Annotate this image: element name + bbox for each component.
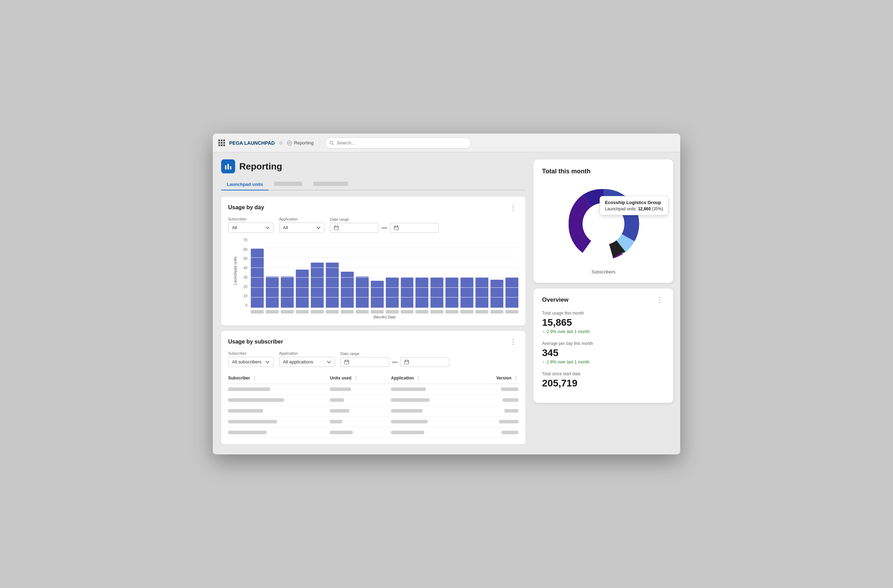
brand-pega: PEGA LAUNCHPAD [229, 140, 275, 146]
x-label-13 [445, 310, 459, 314]
th-units-more[interactable]: ⋮ [353, 375, 358, 381]
x-label-4 [311, 310, 324, 314]
overview-header: Overview ⋮ [542, 295, 665, 304]
table-row [228, 395, 519, 406]
subscriber-filter-group-2: Subscriber All subscribers [228, 351, 274, 367]
x-axis-labels [251, 308, 519, 314]
tab-launchpad-units[interactable]: Launchpad units [221, 179, 269, 190]
svg-rect-14 [345, 360, 349, 364]
y-tick-60: 60 [244, 248, 247, 251]
th-version-more[interactable]: ⋮ [513, 375, 519, 381]
usage-by-subscriber-card: Usage by subscriber ⋮ Subscriber All sub… [221, 331, 525, 444]
metric-total-usage: Total usage this month 15,865 ↑ -2.9% ov… [542, 311, 665, 334]
brand-logo: PEGA LAUNCHPAD [229, 140, 275, 146]
x-axis-title: (Month) Date [251, 315, 519, 319]
content-area: Reporting Launchpad units Usage by day ⋮ [213, 152, 680, 454]
tooltip-company: Ecosship Logistics Group [605, 200, 663, 205]
date-range-inputs-2: — [340, 357, 449, 367]
overview-more-btn[interactable]: ⋮ [654, 295, 665, 304]
overview-title: Overview [542, 296, 568, 304]
svg-rect-4 [227, 164, 229, 170]
th-application-more[interactable]: ⋮ [416, 375, 421, 381]
application-select[interactable]: All [279, 223, 325, 233]
th-subscriber-more[interactable]: ⋮ [252, 375, 257, 381]
x-label-15 [475, 310, 489, 314]
all-subscribers-value: All subscribers [232, 359, 262, 364]
grid-line-30 [251, 277, 519, 278]
titlebar: PEGA LAUNCHPAD ⊙ Reporting [213, 134, 680, 152]
right-panel: Total this month [534, 152, 680, 454]
bar-14 [460, 278, 474, 308]
svg-rect-5 [230, 166, 231, 170]
overview-card: Overview ⋮ Total usage this month 15,865… [534, 289, 673, 403]
reporting-page-icon [224, 162, 232, 170]
tooltip-metric-label: Launchpad units: [605, 206, 637, 211]
calendar-icon [334, 225, 339, 230]
more-btn-subscriber[interactable]: ⋮ [508, 337, 519, 346]
date-start-2[interactable] [340, 357, 389, 367]
date-range-filter-group: Date range — [330, 217, 439, 233]
date-range-inputs: — [330, 223, 439, 233]
svg-line-2 [332, 144, 334, 145]
bar-3 [296, 269, 309, 308]
page-header: Reporting [221, 159, 525, 173]
metric-value-0: 15,865 [542, 317, 665, 328]
metric-label-1: Average per day this month [542, 341, 665, 346]
table-header: Subscriber ⋮ Units used ⋮ Application ⋮ [228, 373, 519, 384]
waffle-icon[interactable] [218, 140, 225, 146]
breadcrumb-sep: ⊙ [279, 140, 283, 146]
donut-card: Total this month [534, 159, 673, 283]
x-label-8 [371, 310, 384, 314]
tooltip-number: 12,860 [638, 206, 651, 211]
svg-rect-10 [394, 226, 398, 230]
usage-by-day-card: Usage by day ⋮ Subscriber All Applicatio… [221, 197, 525, 325]
breadcrumb-page-label: Reporting [294, 140, 314, 146]
bar-5 [326, 263, 339, 308]
x-label-6 [341, 310, 354, 314]
grid-line-20 [251, 287, 519, 288]
calendar-icon-2 [394, 225, 399, 230]
date-end-input[interactable] [390, 223, 439, 233]
y-tick-30: 30 [244, 275, 247, 279]
breadcrumb-reporting[interactable]: Reporting [287, 140, 314, 146]
all-subscribers-select[interactable]: All subscribers [228, 357, 274, 367]
application-filter-label: Application [279, 217, 325, 221]
th-units: Units used ⋮ [330, 375, 391, 381]
metric-avg-per-day: Average per day this month 345 ↑ -1.8% o… [542, 341, 665, 364]
subscriber-select[interactable]: All [228, 223, 274, 233]
table-row [228, 417, 519, 427]
left-panel: Reporting Launchpad units Usage by day ⋮ [213, 152, 534, 454]
bar-8 [371, 281, 384, 308]
donut-svg [562, 182, 645, 266]
y-axis-label: Launchpad units [233, 271, 237, 285]
more-btn-day[interactable]: ⋮ [508, 203, 519, 212]
application-value: All [283, 225, 288, 230]
y-tick-10: 10 [244, 294, 247, 298]
page-icon [221, 159, 235, 173]
app-window: PEGA LAUNCHPAD ⊙ Reporting [213, 134, 680, 454]
search-bar[interactable] [325, 137, 471, 149]
all-applications-select[interactable]: All applications [279, 357, 335, 367]
application-filter-group-2: Application All applications [279, 351, 335, 367]
x-label-11 [415, 310, 428, 314]
date-start-input[interactable] [330, 223, 379, 233]
subscriber-filter-group: Subscriber All [228, 217, 274, 233]
tab-2[interactable] [269, 179, 308, 190]
grid-line-60 [251, 248, 519, 248]
x-label-12 [430, 310, 443, 314]
date-range-label-2: Date range [340, 352, 449, 356]
date-end-2[interactable] [400, 357, 449, 367]
metric-label-0: Total usage this month [542, 311, 665, 316]
th-version-label: Version [496, 376, 511, 380]
x-label-16 [490, 310, 504, 314]
date-range-label: Date range [330, 217, 439, 221]
card-title-subscriber: Usage by subscriber [228, 338, 283, 345]
tab-3[interactable] [308, 179, 354, 190]
metric-trend-0: ↑ -2.9% over last 1 month [542, 329, 665, 334]
donut-wrapper: Ecosship Logistics Group Launchpad units… [542, 182, 665, 266]
search-input[interactable] [337, 140, 467, 146]
card-title-day: Usage by day [228, 205, 264, 211]
bar-9 [386, 278, 399, 308]
donut-center-label: Subscribers [542, 269, 665, 274]
metric-label-2: Total since start date [542, 371, 665, 376]
